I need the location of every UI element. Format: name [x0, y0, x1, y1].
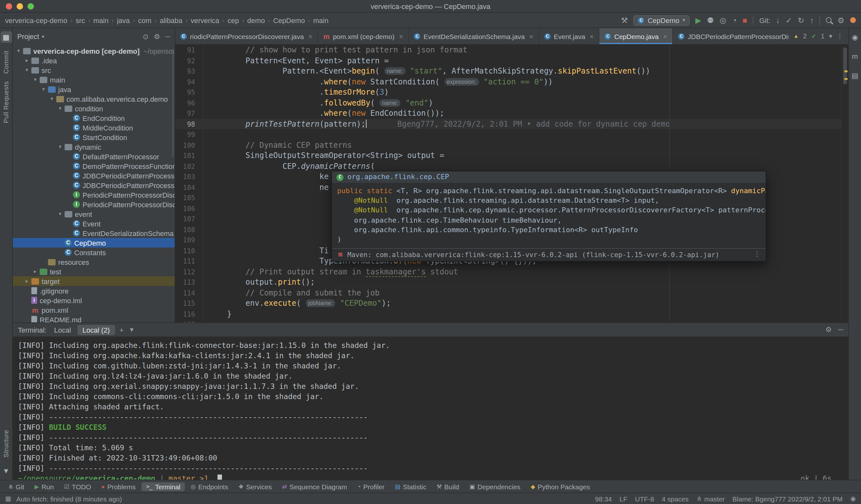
editor-tab[interactable]: CCepDemo.java×: [599, 28, 673, 44]
chevron-down-icon[interactable]: ▾: [40, 86, 47, 92]
editor-tab[interactable]: mpom.xml (cep-demo)×: [318, 28, 409, 44]
git-commit-button[interactable]: ✓: [785, 16, 792, 24]
editor-tab[interactable]: CJDBCPeriodicPatternProcessorDiscovererF…: [673, 28, 789, 44]
completion-item[interactable]: C org.apache.flink.cep.CEP: [332, 172, 766, 183]
chevron-right-icon[interactable]: ▸: [24, 57, 30, 63]
tool-window-button-endpoints[interactable]: ◎Endpoints: [186, 482, 233, 491]
tool-window-button-build[interactable]: ⚒Build: [432, 482, 464, 491]
breadcrumb-item[interactable]: CepDemo: [273, 16, 305, 24]
coverage-button[interactable]: ◎: [720, 16, 726, 24]
project-tree-item[interactable]: ▾ververica-cep-demo [cep-demo]~/opensou: [13, 46, 175, 56]
chevron-right-icon[interactable]: ▸: [32, 269, 38, 274]
maven-tool-icon[interactable]: m: [849, 51, 861, 62]
project-tree-item[interactable]: ▾event: [13, 209, 175, 219]
new-terminal-session-button[interactable]: +: [118, 326, 125, 333]
chevron-right-icon[interactable]: ▸: [24, 278, 30, 284]
run-button[interactable]: ▶: [695, 16, 701, 24]
tool-window-button-dependencies[interactable]: ▣Dependencies: [465, 482, 525, 491]
tool-window-button-terminal[interactable]: >_Terminal: [141, 482, 185, 491]
warning-stripe-mark[interactable]: [844, 70, 848, 72]
project-tree-item[interactable]: ▾java: [13, 84, 175, 94]
terminal-tab[interactable]: Local (2): [78, 325, 115, 335]
project-tree-item[interactable]: CConstants: [13, 247, 175, 257]
chevron-down-icon[interactable]: ▾: [24, 67, 30, 73]
notifications-icon[interactable]: [850, 17, 856, 23]
breadcrumb-item[interactable]: cep: [228, 16, 239, 24]
breadcrumb-item[interactable]: com: [138, 16, 152, 24]
locate-file-icon[interactable]: ⊙: [143, 32, 148, 41]
tool-strip-label-commit[interactable]: Commit: [2, 51, 10, 74]
project-tree-item[interactable]: ▸.idea: [13, 56, 175, 65]
close-icon[interactable]: ×: [663, 32, 667, 40]
project-tree-item[interactable]: ▸target: [13, 276, 175, 286]
breadcrumb-item[interactable]: main: [313, 16, 328, 24]
close-icon[interactable]: ×: [399, 32, 403, 40]
project-tree-item[interactable]: CDefaultPatternProcessor: [13, 152, 175, 161]
file-encoding[interactable]: UTF-8: [635, 495, 654, 502]
stop-button[interactable]: ■: [742, 16, 747, 24]
scrollbar[interactable]: [172, 49, 174, 157]
close-icon[interactable]: ×: [590, 32, 594, 40]
project-tree-item[interactable]: CEvent: [13, 219, 175, 228]
project-tool-button[interactable]: ▦: [0, 31, 12, 43]
debug-button[interactable]: ⚉: [707, 16, 714, 24]
run-config-select[interactable]: CCepDemo▾: [633, 15, 689, 25]
layers-icon[interactable]: ▤: [849, 70, 861, 81]
build-project-button[interactable]: ⚒: [621, 16, 628, 24]
project-tree-item[interactable]: ▾main: [13, 75, 175, 84]
project-tree-item[interactable]: CEndCondition: [13, 113, 175, 123]
breadcrumb-item[interactable]: src: [76, 16, 85, 24]
breadcrumb-item[interactable]: alibaba: [160, 16, 182, 24]
project-tree-item[interactable]: mpom.xml: [13, 305, 175, 315]
tool-window-button-todo[interactable]: ☑TODO: [59, 482, 95, 491]
breadcrumb-item[interactable]: demo: [247, 16, 265, 24]
notifications-icon[interactable]: ◉: [850, 495, 856, 502]
tool-window-button-run[interactable]: ▶Run: [30, 482, 58, 491]
tool-strip-label-pull-requests[interactable]: Pull Requests: [2, 82, 10, 123]
hide-terminal-icon[interactable]: ─: [838, 326, 843, 334]
breadcrumb-item[interactable]: ververica: [191, 16, 219, 24]
breadcrumb-item[interactable]: java: [117, 16, 129, 24]
bookmarks-icon[interactable]: ▼: [0, 465, 12, 477]
chevron-down-icon[interactable]: ▾: [57, 144, 63, 150]
line-separator[interactable]: LF: [619, 495, 628, 502]
notifications-icon[interactable]: ◉: [849, 31, 861, 43]
editor-tab[interactable]: CEvent.java×: [539, 28, 600, 44]
project-tree-item[interactable]: .gitignore: [13, 286, 175, 296]
project-tree-item[interactable]: ▾src: [13, 65, 175, 75]
project-tree-item[interactable]: IPeriodicPatternProcessorDisc: [13, 190, 175, 200]
indent-style[interactable]: 4 spaces: [662, 495, 688, 502]
tool-strip-label-structure[interactable]: Structure: [2, 430, 10, 457]
project-tree-item[interactable]: ▾com.alibaba.ververica.cep.demo: [13, 94, 175, 104]
tool-window-switcher-icon[interactable]: ▦: [5, 495, 11, 502]
git-history-button[interactable]: ↻: [798, 16, 804, 24]
tool-window-button-problems[interactable]: ●Problems: [97, 482, 140, 491]
chevron-down-icon[interactable]: ▾: [49, 96, 55, 102]
breadcrumb-item[interactable]: ververica-cep-demo: [5, 16, 67, 24]
tool-window-button-git[interactable]: ⋔Git: [4, 482, 29, 491]
close-icon[interactable]: ×: [529, 32, 533, 40]
code-editor[interactable]: 91 // show how to print test pattern in …: [175, 45, 848, 322]
warning-count[interactable]: 2: [803, 32, 807, 40]
breadcrumb-item[interactable]: main: [93, 16, 109, 24]
project-tree-item[interactable]: README.md: [13, 315, 175, 322]
terminal-tab[interactable]: Local: [49, 325, 76, 335]
git-blame-status[interactable]: Blame: Bgeng777 2022/9/2, 2:01 PM: [733, 495, 843, 502]
git-branch[interactable]: ⋔master: [696, 495, 725, 502]
editor-tab[interactable]: CriodicPatternProcessorDiscoverer.java×: [175, 28, 318, 44]
caret-position[interactable]: 98:34: [595, 495, 612, 502]
editor-tab[interactable]: CEventDeSerializationSchema.java×: [409, 28, 539, 44]
chevron-down-icon[interactable]: ▾: [15, 48, 22, 54]
terminal-settings-icon[interactable]: ⚙: [825, 326, 832, 334]
project-tree-item[interactable]: CJDBCPeriodicPatternProcess: [13, 180, 175, 190]
chevron-down-icon[interactable]: ▾: [57, 211, 63, 217]
settings-button[interactable]: ⚙: [837, 16, 844, 24]
close-icon[interactable]: ×: [308, 32, 313, 40]
project-tree-item[interactable]: icep-demo.iml: [13, 296, 175, 305]
tool-window-button-python-packages[interactable]: ◆Python Packages: [526, 482, 594, 491]
profiler-button[interactable]: ◔: [732, 16, 737, 24]
git-push-button[interactable]: ↑: [810, 16, 814, 24]
chevron-down-icon[interactable]: ▾: [829, 32, 832, 40]
project-tree-item[interactable]: ▾dynamic: [13, 142, 175, 152]
chevron-down-icon[interactable]: ▾: [32, 77, 38, 82]
